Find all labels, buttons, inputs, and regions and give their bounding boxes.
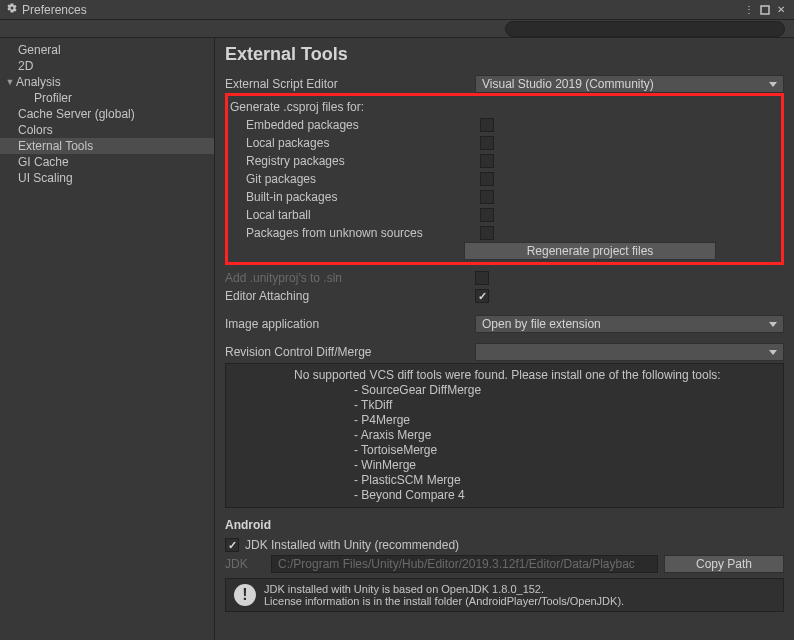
sidebar-item-label: Colors bbox=[18, 123, 53, 137]
vcs-tool: - P4Merge bbox=[234, 413, 775, 428]
vcs-tool: - PlasticSCM Merge bbox=[234, 473, 775, 488]
jdk-info-line: JDK installed with Unity is based on Ope… bbox=[264, 583, 624, 595]
sidebar: General 2D ▼Analysis Profiler Cache Serv… bbox=[0, 38, 215, 640]
vcs-tool: - Araxis Merge bbox=[234, 428, 775, 443]
csproj-header: Generate .csproj files for: bbox=[230, 100, 480, 114]
editor-attaching-checkbox[interactable] bbox=[475, 289, 489, 303]
vcs-message: No supported VCS diff tools were found. … bbox=[234, 368, 775, 383]
script-editor-dropdown[interactable]: Visual Studio 2019 (Community) bbox=[475, 75, 784, 93]
jdk-label: JDK bbox=[225, 557, 265, 571]
search-input[interactable] bbox=[505, 21, 785, 37]
script-editor-label: External Script Editor bbox=[225, 77, 475, 91]
builtin-packages-checkbox[interactable] bbox=[480, 190, 494, 204]
local-tarball-checkbox[interactable] bbox=[480, 208, 494, 222]
gear-icon bbox=[6, 2, 18, 17]
csproj-highlight-box: Generate .csproj files for: Embedded pac… bbox=[225, 93, 784, 265]
vcs-tool: - TortoiseMerge bbox=[234, 443, 775, 458]
dropdown-value: Open by file extension bbox=[482, 317, 601, 331]
sidebar-item-general[interactable]: General bbox=[0, 42, 214, 58]
vcs-info-box: No supported VCS diff tools were found. … bbox=[225, 363, 784, 508]
page-title: External Tools bbox=[225, 44, 784, 65]
dropdown-value: Visual Studio 2019 (Community) bbox=[482, 77, 654, 91]
regenerate-project-files-button[interactable]: Regenerate project files bbox=[464, 242, 716, 260]
jdk-path-field: C:/Program Files/Unity/Hub/Editor/2019.3… bbox=[271, 555, 658, 573]
csproj-item-label: Local tarball bbox=[230, 208, 480, 222]
jdk-path-value: C:/Program Files/Unity/Hub/Editor/2019.3… bbox=[278, 557, 635, 571]
jdk-info-box: ! JDK installed with Unity is based on O… bbox=[225, 578, 784, 612]
jdk-info-line: License information is in the install fo… bbox=[264, 595, 624, 607]
csproj-item-label: Built-in packages bbox=[230, 190, 480, 204]
sidebar-item-label: GI Cache bbox=[18, 155, 69, 169]
jdk-installed-label: JDK Installed with Unity (recommended) bbox=[245, 538, 459, 552]
csproj-item-label: Packages from unknown sources bbox=[230, 226, 480, 240]
revision-control-dropdown[interactable] bbox=[475, 343, 784, 361]
sidebar-item-label: UI Scaling bbox=[18, 171, 73, 185]
sidebar-item-label: External Tools bbox=[18, 139, 93, 153]
button-label: Copy Path bbox=[696, 557, 752, 571]
csproj-item-label: Embedded packages bbox=[230, 118, 480, 132]
sidebar-item-label: Cache Server (global) bbox=[18, 107, 135, 121]
android-section-header: Android bbox=[225, 518, 784, 532]
info-icon: ! bbox=[234, 584, 256, 606]
add-unityproj-checkbox bbox=[475, 271, 489, 285]
svg-rect-0 bbox=[761, 6, 769, 14]
window-close-icon[interactable]: ✕ bbox=[774, 3, 788, 17]
copy-path-button[interactable]: Copy Path bbox=[664, 555, 784, 573]
sidebar-item-colors[interactable]: Colors bbox=[0, 122, 214, 138]
embedded-packages-checkbox[interactable] bbox=[480, 118, 494, 132]
sidebar-item-analysis[interactable]: ▼Analysis bbox=[0, 74, 214, 90]
sidebar-item-external-tools[interactable]: External Tools bbox=[0, 138, 214, 154]
vcs-tool: - SourceGear DiffMerge bbox=[234, 383, 775, 398]
sidebar-item-2d[interactable]: 2D bbox=[0, 58, 214, 74]
sidebar-item-label: Analysis bbox=[16, 75, 61, 89]
csproj-item-label: Registry packages bbox=[230, 154, 480, 168]
sidebar-item-label: General bbox=[18, 43, 61, 57]
csproj-item-label: Local packages bbox=[230, 136, 480, 150]
vcs-tool: - WinMerge bbox=[234, 458, 775, 473]
sidebar-item-ui-scaling[interactable]: UI Scaling bbox=[0, 170, 214, 186]
add-unityproj-label: Add .unityproj's to .sln bbox=[225, 271, 475, 285]
titlebar: Preferences ⋮ ✕ bbox=[0, 0, 794, 20]
csproj-item-label: Git packages bbox=[230, 172, 480, 186]
git-packages-checkbox[interactable] bbox=[480, 172, 494, 186]
image-app-dropdown[interactable]: Open by file extension bbox=[475, 315, 784, 333]
button-label: Regenerate project files bbox=[527, 244, 654, 258]
sidebar-item-label: Profiler bbox=[34, 91, 72, 105]
window-menu-icon[interactable]: ⋮ bbox=[742, 3, 756, 17]
window-title: Preferences bbox=[22, 3, 87, 17]
sidebar-item-cache-server[interactable]: Cache Server (global) bbox=[0, 106, 214, 122]
window-maximize-icon[interactable] bbox=[758, 3, 772, 17]
unknown-sources-checkbox[interactable] bbox=[480, 226, 494, 240]
vcs-tool: - TkDiff bbox=[234, 398, 775, 413]
searchbar bbox=[0, 20, 794, 38]
editor-attaching-label: Editor Attaching bbox=[225, 289, 475, 303]
chevron-down-icon[interactable]: ▼ bbox=[4, 77, 16, 87]
main-panel: External Tools External Script Editor Vi… bbox=[215, 38, 794, 640]
local-packages-checkbox[interactable] bbox=[480, 136, 494, 150]
sidebar-item-label: 2D bbox=[18, 59, 33, 73]
jdk-installed-checkbox[interactable] bbox=[225, 538, 239, 552]
image-app-label: Image application bbox=[225, 317, 475, 331]
vcs-tool: - Beyond Compare 4 bbox=[234, 488, 775, 503]
sidebar-item-gi-cache[interactable]: GI Cache bbox=[0, 154, 214, 170]
registry-packages-checkbox[interactable] bbox=[480, 154, 494, 168]
revision-control-label: Revision Control Diff/Merge bbox=[225, 345, 475, 359]
sidebar-item-profiler[interactable]: Profiler bbox=[0, 90, 214, 106]
